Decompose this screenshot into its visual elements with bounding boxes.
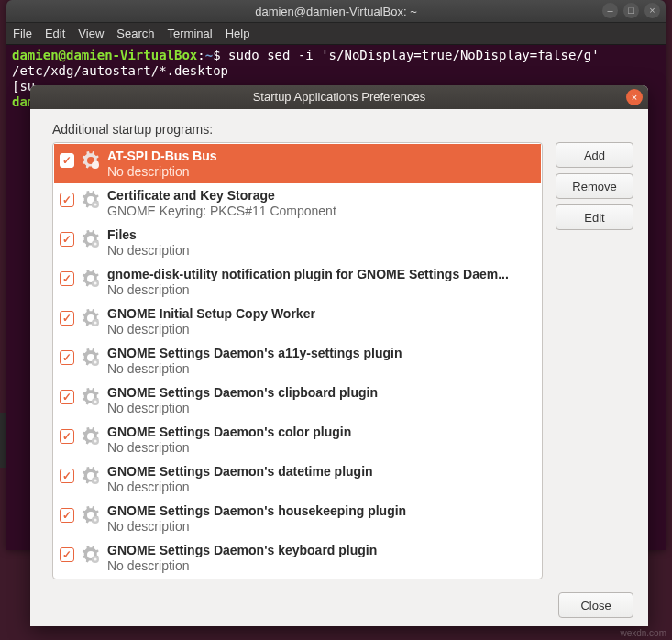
close-icon[interactable]: ×	[626, 89, 643, 105]
svg-point-13	[94, 400, 96, 403]
svg-point-3	[94, 203, 96, 205]
svg-point-1	[94, 163, 96, 166]
gear-icon	[80, 228, 102, 250]
dialog-titlebar[interactable]: Startup Applications Preferences ×	[30, 85, 648, 109]
svg-point-17	[94, 479, 96, 481]
menu-search[interactable]: Search	[116, 27, 154, 40]
watermark: wexdn.com	[620, 628, 666, 638]
gear-icon	[80, 504, 102, 526]
window-close-icon[interactable]: ×	[644, 3, 660, 18]
svg-point-7	[94, 281, 96, 284]
gear-icon	[80, 544, 102, 566]
gear-icon	[80, 465, 102, 487]
checkbox[interactable]	[60, 547, 74, 562]
checkbox[interactable]	[60, 469, 74, 483]
list-item[interactable]: GNOME Settings Daemon's keyboard pluginN…	[54, 538, 541, 578]
menu-file[interactable]: File	[13, 27, 32, 40]
item-description: No description	[107, 164, 535, 180]
checkbox[interactable]	[60, 271, 74, 286]
checkbox[interactable]	[60, 232, 74, 247]
item-description: No description	[107, 282, 535, 298]
item-name: GNOME Settings Daemon's datetime plugin	[107, 463, 535, 480]
checkbox[interactable]	[60, 193, 74, 207]
list-item[interactable]: GNOME Settings Daemon's clipboard plugin…	[54, 381, 541, 420]
remove-button[interactable]: Remove	[556, 173, 633, 199]
menu-terminal[interactable]: Terminal	[168, 27, 213, 40]
gear-icon	[80, 149, 102, 171]
item-name: GNOME Initial Setup Copy Worker	[107, 305, 535, 322]
item-description: No description	[107, 322, 535, 337]
list-item[interactable]: GNOME Settings Daemon's a11y-settings pl…	[54, 341, 541, 381]
item-name: GNOME Settings Daemon's keyboard plugin	[107, 542, 535, 558]
svg-point-11	[94, 360, 96, 363]
startup-preferences-dialog: Startup Applications Preferences × Addit…	[30, 85, 648, 626]
edit-button[interactable]: Edit	[556, 204, 633, 230]
list-item[interactable]: GNOME Settings Daemon's datetime pluginN…	[54, 459, 541, 499]
gear-icon	[80, 347, 102, 369]
window-maximize-icon[interactable]: □	[623, 3, 639, 18]
checkbox[interactable]	[60, 390, 74, 404]
list-item[interactable]: GNOME Settings Daemon's color pluginNo d…	[54, 420, 541, 459]
item-name: GNOME Settings Daemon's clipboard plugin	[107, 384, 535, 401]
gear-icon	[80, 307, 102, 329]
item-description: No description	[107, 440, 535, 456]
checkbox[interactable]	[60, 429, 74, 444]
item-description: No description	[107, 361, 535, 377]
menu-view[interactable]: View	[78, 27, 104, 40]
list-item[interactable]: Certificate and Key StorageGNOME Keyring…	[54, 183, 541, 223]
terminal-title: damien@damien-VirtualBox: ~	[255, 5, 417, 18]
item-description: GNOME Keyring: PKCS#11 Component	[107, 204, 535, 219]
svg-point-5	[94, 242, 96, 245]
menu-edit[interactable]: Edit	[45, 27, 65, 40]
gear-icon	[80, 189, 102, 211]
gear-icon	[80, 425, 102, 447]
item-description: No description	[107, 243, 535, 259]
menu-help[interactable]: Help	[226, 27, 250, 40]
svg-point-9	[94, 321, 96, 324]
checkbox[interactable]	[60, 153, 74, 168]
item-name: Certificate and Key Storage	[107, 187, 535, 204]
item-description: No description	[107, 480, 535, 495]
window-minimize-icon[interactable]: –	[602, 3, 618, 18]
dialog-subtitle: Additional startup programs:	[52, 122, 633, 137]
checkbox[interactable]	[60, 350, 74, 365]
prompt-user: damien@damien-VirtualBox	[12, 48, 197, 62]
item-name: GNOME Settings Daemon's housekeeping plu…	[107, 502, 535, 519]
list-item[interactable]: gnome-disk-utility notification plugin f…	[54, 262, 541, 302]
checkbox[interactable]	[60, 311, 74, 326]
terminal-menubar: File Edit View Search Terminal Help	[6, 23, 666, 45]
list-item[interactable]: GNOME Settings Daemon's housekeeping plu…	[54, 499, 541, 538]
checkbox[interactable]	[60, 508, 74, 523]
item-name: AT-SPI D-Bus Bus	[107, 148, 535, 164]
svg-point-15	[94, 439, 96, 442]
item-description: No description	[107, 401, 535, 416]
close-button[interactable]: Close	[558, 592, 633, 618]
list-item[interactable]: GNOME Initial Setup Copy WorkerNo descri…	[54, 302, 541, 341]
item-name: gnome-disk-utility notification plugin f…	[107, 266, 535, 282]
item-description: No description	[107, 519, 535, 535]
item-name: Files	[107, 226, 535, 243]
dialog-title: Startup Applications Preferences	[253, 90, 426, 104]
add-button[interactable]: Add	[556, 142, 633, 168]
item-name: GNOME Settings Daemon's a11y-settings pl…	[107, 345, 535, 361]
item-description: No description	[107, 558, 535, 574]
item-name: GNOME Settings Daemon's color plugin	[107, 424, 535, 440]
gear-icon	[80, 386, 102, 408]
list-item[interactable]: FilesNo description	[54, 223, 541, 262]
startup-programs-list[interactable]: AT-SPI D-Bus BusNo descriptionCertificat…	[52, 142, 543, 579]
svg-point-21	[94, 557, 96, 560]
terminal-titlebar[interactable]: damien@damien-VirtualBox: ~ – □ ×	[6, 0, 666, 23]
gear-icon	[80, 268, 102, 290]
svg-point-19	[94, 518, 96, 521]
list-item[interactable]: AT-SPI D-Bus BusNo description	[54, 144, 541, 183]
prompt-path: ~	[205, 48, 213, 62]
